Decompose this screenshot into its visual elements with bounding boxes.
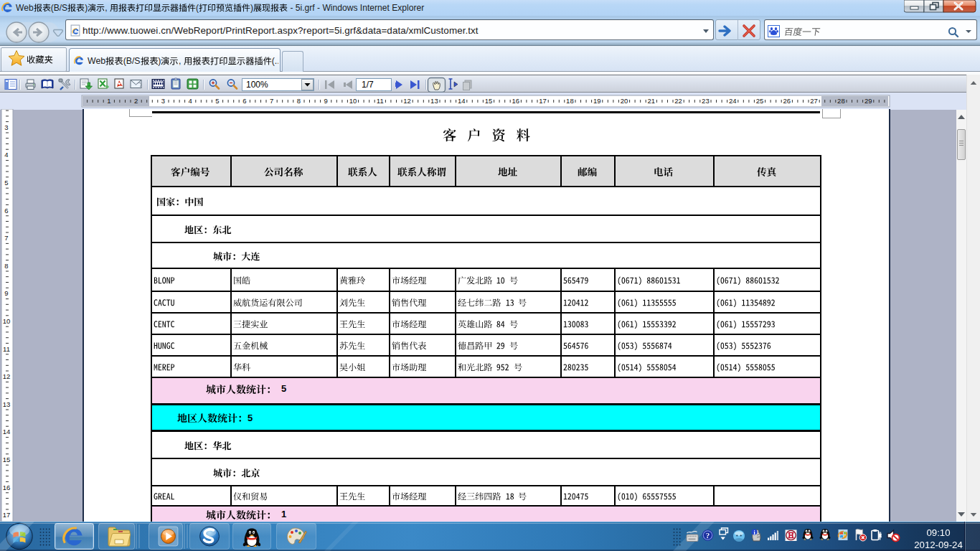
- svg-text:21: 21: [648, 97, 656, 105]
- svg-text:17: 17: [539, 97, 547, 105]
- svg-text:12: 12: [403, 97, 411, 105]
- svg-text:23: 23: [702, 97, 710, 105]
- svg-text:15: 15: [3, 456, 11, 463]
- svg-text:11: 11: [3, 345, 10, 353]
- svg-text:1: 1: [107, 97, 110, 105]
- svg-text:?: ?: [706, 531, 710, 540]
- svg-text:4: 4: [189, 97, 192, 105]
- svg-text:5: 5: [4, 179, 8, 187]
- svg-text:9: 9: [324, 97, 328, 105]
- svg-text:19: 19: [593, 97, 601, 105]
- svg-text:13: 13: [3, 400, 11, 408]
- svg-text:26: 26: [783, 97, 791, 105]
- svg-text:13: 13: [430, 97, 438, 105]
- svg-text:15: 15: [485, 97, 493, 105]
- svg-text:10: 10: [349, 97, 357, 105]
- svg-text:3: 3: [161, 97, 165, 105]
- svg-text:2012-09-24: 2012-09-24: [914, 540, 962, 550]
- svg-text:12: 12: [3, 372, 11, 380]
- svg-text:100%: 100%: [246, 80, 268, 90]
- svg-text:2: 2: [134, 97, 138, 105]
- svg-text:09:10: 09:10: [926, 527, 950, 538]
- svg-text:17: 17: [3, 511, 11, 519]
- svg-text:8: 8: [297, 97, 301, 105]
- svg-text:20: 20: [621, 97, 628, 105]
- svg-text:8: 8: [4, 262, 8, 270]
- svg-text:29: 29: [864, 97, 872, 105]
- svg-text:14: 14: [3, 428, 11, 435]
- svg-text:1/7: 1/7: [362, 80, 374, 90]
- svg-text:11: 11: [377, 97, 384, 105]
- svg-text:22: 22: [674, 97, 682, 105]
- svg-text:18: 18: [566, 97, 574, 105]
- svg-text:16: 16: [512, 97, 520, 105]
- svg-text:6: 6: [4, 207, 8, 215]
- svg-text:10: 10: [3, 317, 11, 325]
- svg-text:4: 4: [4, 151, 8, 159]
- svg-text:7: 7: [4, 234, 8, 242]
- svg-text:28: 28: [837, 97, 845, 105]
- svg-text:3: 3: [4, 123, 8, 131]
- svg-text:25: 25: [756, 97, 764, 105]
- svg-text:27: 27: [810, 97, 818, 105]
- svg-text:16: 16: [3, 484, 11, 491]
- svg-text:9: 9: [4, 289, 8, 297]
- svg-text:6: 6: [242, 97, 246, 105]
- svg-text:7: 7: [270, 97, 273, 105]
- svg-text:24: 24: [729, 97, 737, 105]
- svg-text:14: 14: [458, 97, 466, 105]
- svg-text:5: 5: [215, 97, 219, 105]
